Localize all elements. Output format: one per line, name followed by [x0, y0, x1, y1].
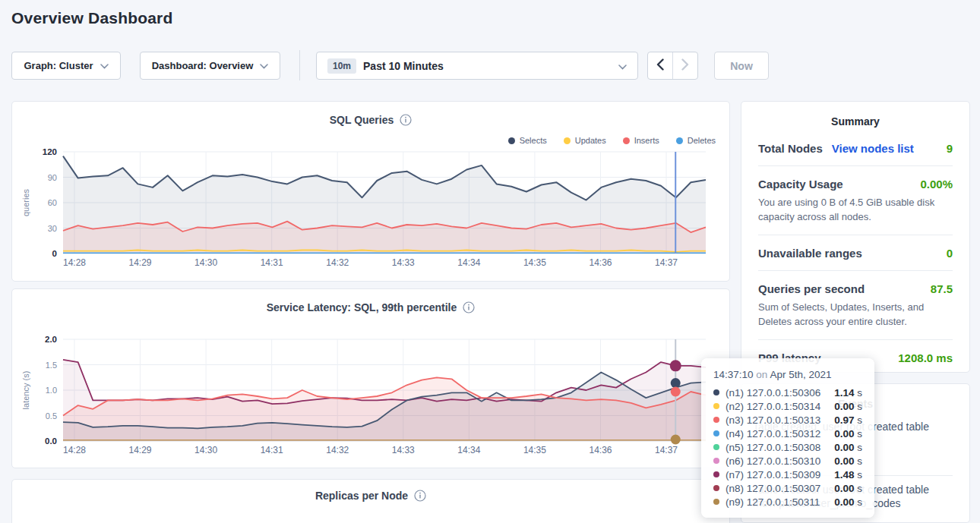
chevron-left-icon [656, 58, 664, 73]
tooltip-timestamp: 14:37:10 on Apr 5th, 2021 [713, 369, 862, 380]
node-color-dot [713, 485, 719, 491]
x-axis-tick: 14:35 [523, 257, 546, 268]
y-axis-label: queries [21, 188, 30, 216]
y-axis-label: latency (s) [21, 371, 30, 410]
dashboard-dropdown[interactable]: Dashboard: Overview [140, 52, 280, 80]
x-axis-tick: 14:30 [194, 257, 217, 268]
node-latency-value: 0.00 s [834, 496, 862, 508]
x-axis-tick: 14:31 [261, 445, 283, 455]
x-axis-tick: 14:32 [326, 257, 349, 268]
chevron-down-icon [618, 60, 627, 72]
chevron-down-icon [100, 60, 109, 71]
p99-latency-value: 1208.0 ms [898, 351, 953, 364]
next-time-button[interactable] [673, 52, 697, 79]
node-address: (n6) 127.0.0.1:50310 [726, 455, 820, 467]
replicas-title: Replicas per Node [315, 490, 408, 502]
summary-row-qps: Queries per second 87.5 Sum of Selects, … [758, 270, 953, 339]
node-color-dot [713, 417, 719, 423]
time-step-buttons [647, 52, 698, 80]
y-axis-tick: 2.0 [45, 335, 57, 344]
x-axis-tick: 14:30 [194, 445, 217, 455]
tooltip-row: (n3) 127.0.0.1:503130.97 s [713, 413, 862, 427]
y-axis-tick: 1.0 [46, 386, 57, 395]
node-color-dot [713, 403, 719, 409]
node-latency-value: 0.00 s [834, 455, 862, 467]
node-latency-value: 0.00 s [834, 442, 862, 453]
graph-dropdown-label: Graph: Cluster [24, 60, 93, 71]
tooltip-row: (n6) 127.0.0.1:503100.00 s [713, 454, 862, 468]
y-axis-tick: 0.0 [45, 436, 57, 446]
x-axis-tick: 14:32 [326, 445, 349, 455]
service-latency-panel: Service Latency: SQL, 99th percentile 0.… [11, 288, 730, 468]
tooltip-row: (n2) 127.0.0.1:503140.00 s [713, 399, 862, 413]
qps-label: Queries per second [758, 282, 865, 295]
tooltip-row: (n5) 127.0.0.1:503080.00 s [713, 440, 862, 454]
qps-description: Sum of Selects, Updates, Inserts, and De… [758, 300, 953, 329]
summary-row-unavailable-ranges: Unavailable ranges 0 [758, 235, 953, 270]
time-range-badge: 10m [327, 58, 356, 74]
node-latency-value: 0.97 s [834, 414, 862, 426]
overview-dashboard-page: Overview Dashboard Graph: Cluster Dashbo… [0, 0, 980, 523]
x-axis-tick: 14:36 [589, 257, 612, 268]
x-axis-tick: 14:35 [523, 445, 546, 455]
chevron-down-icon [260, 60, 268, 71]
node-address: (n3) 127.0.0.1:50313 [726, 414, 820, 426]
y-axis-tick: 30 [48, 224, 57, 233]
tooltip-rows: (n1) 127.0.0.1:503061.14 s(n2) 127.0.0.1… [713, 386, 862, 509]
node-latency-value: 0.00 s [834, 428, 862, 440]
node-color-dot [713, 471, 719, 477]
toolbar-divider [299, 50, 300, 80]
sql-queries-chart[interactable]: 030609012014:2814:2914:3014:3114:3214:33… [12, 102, 729, 281]
view-nodes-list-link[interactable]: View nodes list [832, 142, 914, 155]
y-axis-tick: 0 [52, 249, 57, 258]
tooltip-row: (n1) 127.0.0.1:503061.14 s [713, 386, 862, 399]
tooltip-row: (n4) 127.0.0.1:503120.00 s [713, 427, 862, 440]
graph-dropdown[interactable]: Graph: Cluster [11, 52, 121, 80]
hover-marker [671, 387, 681, 397]
time-range-dropdown[interactable]: 10m Past 10 Minutes [316, 52, 638, 80]
unavailable-ranges-value: 0 [947, 247, 953, 260]
hover-marker [670, 360, 681, 371]
hover-marker [671, 434, 681, 444]
x-axis-tick: 14:29 [129, 257, 152, 268]
time-range-label: Past 10 Minutes [363, 60, 444, 72]
y-axis-tick: 0.5 [46, 411, 57, 421]
node-address: (n2) 127.0.0.1:50314 [726, 401, 820, 412]
qps-value: 87.5 [931, 282, 953, 295]
tooltip-row: (n9) 127.0.0.1:503110.00 s [713, 495, 862, 509]
x-axis-tick: 14:37 [655, 445, 678, 455]
node-address: (n4) 127.0.0.1:50312 [726, 428, 820, 440]
sql-queries-panel: SQL Queries SelectsUpdatesInsertsDeletes… [11, 101, 730, 282]
dashboard-dropdown-label: Dashboard: Overview [152, 60, 254, 71]
summary-panel: Summary Total Nodes View nodes list 9 Ca… [741, 101, 970, 373]
y-axis-tick: 1.5 [46, 361, 57, 370]
service-latency-chart[interactable]: 0.00.51.01.52.014:2814:2914:3014:3114:32… [12, 289, 729, 468]
chevron-right-icon [681, 58, 689, 73]
x-axis-tick: 14:29 [129, 445, 152, 455]
page-title: Overview Dashboard [11, 9, 173, 27]
node-latency-value: 1.14 s [834, 387, 862, 399]
capacity-value: 0.00% [920, 178, 953, 191]
capacity-description: You are using 0 B of 4.5 GiB usable disk… [758, 195, 953, 224]
x-axis-tick: 14:34 [457, 445, 480, 455]
node-color-dot [713, 389, 719, 395]
capacity-label: Capacity Usage [758, 178, 843, 191]
node-color-dot [713, 430, 719, 436]
y-axis-tick: 60 [48, 198, 57, 207]
now-button[interactable]: Now [714, 52, 769, 80]
x-axis-tick: 14:36 [589, 445, 612, 455]
x-axis-tick: 14:28 [63, 445, 86, 455]
x-axis-tick: 14:31 [261, 257, 283, 268]
x-axis-tick: 14:34 [457, 257, 480, 268]
chart-hover-tooltip: 14:37:10 on Apr 5th, 2021 (n1) 127.0.0.1… [701, 358, 874, 518]
info-icon[interactable] [414, 490, 426, 502]
node-color-dot [713, 458, 719, 464]
previous-time-button[interactable] [648, 52, 673, 79]
replicas-per-node-panel: Replicas per Node [11, 479, 730, 523]
node-color-dot [713, 444, 719, 450]
node-latency-value: 0.00 s [834, 401, 862, 412]
node-address: (n5) 127.0.0.1:50308 [726, 442, 820, 453]
summary-title: Summary [741, 102, 969, 128]
node-color-dot [713, 499, 719, 505]
node-latency-value: 0.00 s [834, 483, 862, 494]
